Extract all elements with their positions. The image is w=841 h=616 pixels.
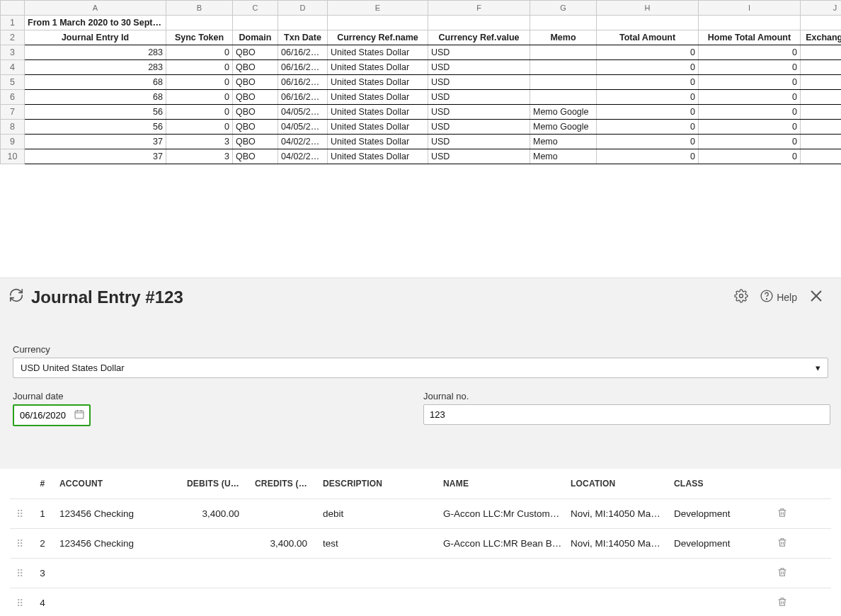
line-location[interactable] [566, 596, 670, 610]
col-header[interactable]: D [278, 1, 328, 16]
cell[interactable]: USD [428, 45, 530, 60]
cell[interactable] [801, 60, 842, 75]
line-name[interactable]: G-Accon LLC:MR Bean B Ivan II [439, 531, 566, 556]
line-credit[interactable] [251, 507, 319, 521]
delete-row-button[interactable] [769, 589, 796, 616]
cell[interactable]: 0 [597, 45, 699, 60]
cell[interactable]: QBO [233, 45, 278, 60]
cell[interactable]: 0 [597, 75, 699, 90]
cell[interactable]: 56 [25, 105, 166, 120]
row-header[interactable]: 1 [1, 16, 25, 30]
cell[interactable]: 0 [699, 120, 801, 135]
settings-button[interactable] [731, 286, 751, 308]
line-account[interactable] [55, 596, 183, 610]
cell[interactable]: QBO [233, 75, 278, 90]
cell[interactable]: QBO [233, 135, 278, 149]
cell[interactable] [801, 149, 842, 164]
cell[interactable]: 0 [699, 90, 801, 105]
calendar-icon[interactable] [74, 409, 85, 422]
cell[interactable]: USD [428, 105, 530, 120]
cell[interactable]: 37 [25, 149, 166, 164]
cell[interactable]: 0 [597, 135, 699, 149]
line-description[interactable] [319, 596, 439, 610]
cell[interactable]: United States Dollar [328, 45, 428, 60]
line-location[interactable] [566, 566, 670, 581]
cell[interactable]: 0 [166, 120, 233, 135]
col-header[interactable]: C [233, 1, 278, 16]
line-class[interactable] [670, 566, 769, 581]
cell[interactable]: Total Amount [597, 30, 699, 45]
drag-handle-icon[interactable]: ⠿ [10, 561, 30, 586]
col-header[interactable]: A [25, 1, 166, 16]
row-header[interactable]: 7 [1, 105, 25, 120]
cell[interactable]: 37 [25, 135, 166, 149]
line-item-row[interactable]: ⠿ 4 [10, 588, 831, 616]
col-header[interactable]: B [166, 1, 233, 16]
cell[interactable]: 0 [699, 135, 801, 149]
line-debit[interactable]: 3,400.00 [183, 501, 251, 526]
cell[interactable]: 0 [699, 105, 801, 120]
cell[interactable]: 0 [597, 90, 699, 105]
cell[interactable]: 0 [597, 120, 699, 135]
row-header[interactable]: 4 [1, 60, 25, 75]
cell[interactable]: Currency Ref.name [328, 30, 428, 45]
line-account[interactable]: 123456 Checking [55, 501, 183, 526]
cell[interactable]: United States Dollar [328, 105, 428, 120]
line-credit[interactable] [251, 596, 319, 610]
line-credit[interactable] [251, 566, 319, 581]
journal-date-input[interactable] [13, 404, 91, 426]
col-header[interactable]: F [428, 1, 530, 16]
row-header[interactable]: 2 [1, 30, 25, 45]
cell[interactable]: 0 [597, 149, 699, 164]
cell[interactable]: From 1 March 2020 to 30 September 2020 [25, 16, 166, 30]
cell[interactable]: Memo [530, 30, 597, 45]
row-header[interactable]: 9 [1, 135, 25, 149]
row-header[interactable]: 8 [1, 120, 25, 135]
line-class[interactable] [670, 596, 769, 610]
line-account[interactable] [55, 566, 183, 581]
help-button[interactable]: Help [757, 286, 800, 308]
row-header[interactable]: 6 [1, 90, 25, 105]
cell[interactable] [530, 60, 597, 75]
cell[interactable]: 0 [166, 75, 233, 90]
cell[interactable] [801, 105, 842, 120]
cell[interactable]: USD [428, 90, 530, 105]
drag-handle-icon[interactable]: ⠿ [10, 531, 30, 557]
delete-row-button[interactable] [769, 500, 796, 527]
cell[interactable] [801, 75, 842, 90]
cell[interactable]: 3 [166, 135, 233, 149]
cell[interactable]: 04/02/2020 [278, 149, 328, 164]
cell[interactable]: QBO [233, 90, 278, 105]
cell[interactable]: 06/16/2020 [278, 60, 328, 75]
cell[interactable]: 68 [25, 75, 166, 90]
cell[interactable]: Domain [233, 30, 278, 45]
cell[interactable]: 68 [25, 90, 166, 105]
row-header[interactable]: 5 [1, 75, 25, 90]
cell[interactable]: 0 [166, 105, 233, 120]
row-header[interactable]: 3 [1, 45, 25, 60]
line-description[interactable] [319, 566, 439, 581]
line-item-row[interactable]: ⠿ 1 123456 Checking 3,400.00 debit G-Acc… [10, 499, 831, 529]
cell[interactable]: Txn Date [278, 30, 328, 45]
cell[interactable]: Memo Google [530, 105, 597, 120]
cell[interactable]: QBO [233, 120, 278, 135]
cell[interactable]: 0 [597, 105, 699, 120]
cell[interactable]: 3 [166, 149, 233, 164]
cell[interactable]: 0 [166, 60, 233, 75]
line-location[interactable]: Novi, MI:14050 Manhatter [566, 531, 670, 556]
cell[interactable] [530, 90, 597, 105]
cell[interactable]: Memo [530, 149, 597, 164]
cell[interactable]: Memo Google [530, 120, 597, 135]
cell[interactable]: 06/16/2020 [278, 45, 328, 60]
cell[interactable]: 283 [25, 60, 166, 75]
spreadsheet[interactable]: A B C D E F G H I J 1 From 1 March 2020 … [0, 0, 841, 164]
line-item-row[interactable]: ⠿ 2 123456 Checking 3,400.00 test G-Acco… [10, 529, 831, 559]
cell[interactable] [801, 90, 842, 105]
row-header[interactable]: 10 [1, 149, 25, 164]
currency-select[interactable]: USD United States Dollar ▾ [13, 358, 828, 378]
cell[interactable]: QBO [233, 60, 278, 75]
cell[interactable]: Home Total Amount [699, 30, 801, 45]
line-item-row[interactable]: ⠿ 3 [10, 559, 831, 588]
cell[interactable] [801, 135, 842, 149]
line-description[interactable]: test [319, 531, 439, 556]
